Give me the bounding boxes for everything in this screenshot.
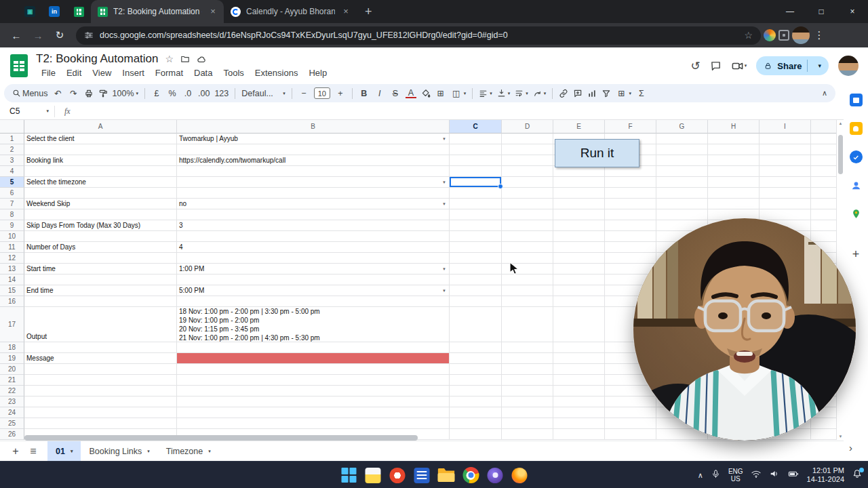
cell-B2[interactable] [177,144,450,155]
move-folder-icon[interactable] [180,54,190,64]
menu-help[interactable]: Help [303,66,332,79]
tab-close-icon[interactable]: × [340,6,351,17]
comments-icon[interactable] [710,60,722,72]
version-history-icon[interactable]: ↺ [691,59,701,73]
cell-G7[interactable] [656,199,708,209]
taskbar-file-explorer[interactable] [438,467,455,484]
cell-F7[interactable] [605,199,656,209]
cell-I6[interactable] [760,188,811,199]
cell-A9[interactable]: Skip Days From Today (Max 30 Days) [24,220,177,231]
cell-extra-1[interactable] [811,134,836,144]
cell-H2[interactable] [708,144,760,155]
cell-F12[interactable] [605,253,656,264]
cell-D1[interactable] [502,134,553,144]
cell-E4[interactable] [553,166,605,177]
cell-dropdown-icon[interactable]: ▼ [442,137,446,141]
reload-icon[interactable]: ↻ [50,26,69,45]
italic-button[interactable]: I [374,89,385,98]
row-header-9[interactable]: 9 [0,220,24,231]
fill-color-icon[interactable] [421,89,431,98]
strikethrough-button[interactable]: S [390,89,401,98]
star-document-icon[interactable]: ☆ [165,54,174,64]
row-header-21[interactable]: 21 [0,375,24,386]
taskbar-app-notes[interactable] [365,467,382,484]
paint-format-icon[interactable] [98,89,108,98]
decrease-font-size-button[interactable]: − [298,89,309,98]
cell-D20[interactable] [502,364,553,375]
cell-A15[interactable]: End time [24,285,177,296]
cell-I3[interactable] [760,155,811,166]
cell-C4[interactable] [450,166,502,177]
cell-G5[interactable] [656,177,708,188]
cell-extra-25[interactable] [811,418,836,429]
cell-F9[interactable] [605,220,656,231]
more-formats-button[interactable]: 123 [214,89,229,98]
horizontal-align-button[interactable]: ▾ [479,89,492,98]
cell-D14[interactable] [502,274,553,285]
cell-extra-5[interactable] [811,177,836,188]
cell-D19[interactable] [502,353,553,364]
cell-F5[interactable] [605,177,656,188]
cell-C19[interactable] [450,353,502,364]
cell-C18[interactable] [450,342,502,353]
increase-decimals-button[interactable]: .00 [198,89,210,98]
cell-E9[interactable] [553,220,605,231]
cell-C6[interactable] [450,188,502,199]
menu-extensions[interactable]: Extensions [250,66,304,79]
insert-link-icon[interactable] [559,89,568,98]
cell-B17[interactable]: 18 Nov: 1:00 pm - 2:00 pm | 3:30 pm - 5:… [177,307,450,342]
all-sheets-icon[interactable]: ≡ [24,445,42,458]
row-header-6[interactable]: 6 [0,188,24,199]
zoom-select[interactable]: 100%▾ [113,89,139,98]
cell-A5[interactable]: Select the timezone [24,177,177,188]
vertical-scroll-thumb[interactable] [838,135,843,174]
cell-A13[interactable]: Start time [24,264,177,274]
cell-C23[interactable] [450,396,502,407]
cell-B11[interactable]: 4 [177,242,450,253]
cell-B3[interactable]: https://calendly.com/twomarkup/call [177,155,450,166]
cell-C11[interactable] [450,242,502,253]
cell-F22[interactable] [605,386,656,396]
column-header-A[interactable]: A [24,120,177,134]
cell-B7[interactable]: no▼ [177,199,450,209]
menu-data[interactable]: Data [189,66,218,79]
cell-E15[interactable] [553,285,605,296]
cell-I1[interactable] [760,134,811,144]
format-currency-button[interactable]: £ [151,89,162,98]
cell-C20[interactable] [450,364,502,375]
column-header-H[interactable]: H [708,120,760,134]
cell-C7[interactable] [450,199,502,209]
cell-D15[interactable] [502,285,553,296]
row-header-14[interactable]: 14 [0,274,24,285]
tasks-icon[interactable] [850,150,863,163]
cell-E17[interactable] [553,307,605,342]
share-button[interactable]: Share ▾ [756,56,829,75]
cell-E6[interactable] [553,188,605,199]
cell-B14[interactable] [177,274,450,285]
cell-D26[interactable] [502,429,553,440]
cell-C2[interactable] [450,144,502,155]
share-dropdown-icon[interactable]: ▾ [813,62,826,69]
cell-C17[interactable] [450,307,502,342]
cell-A11[interactable]: Number of Days [24,242,177,253]
cell-A17[interactable]: Output [24,307,177,342]
row-header-3[interactable]: 3 [0,155,24,166]
forward-icon[interactable]: → [28,26,47,45]
cell-B21[interactable] [177,375,450,386]
row-header-18[interactable]: 18 [0,342,24,353]
cell-D4[interactable] [502,166,553,177]
cell-dropdown-icon[interactable]: ▼ [442,289,446,293]
cell-I2[interactable] [760,144,811,155]
cell-D9[interactable] [502,220,553,231]
cell-E24[interactable] [553,407,605,418]
cell-E16[interactable] [553,296,605,307]
cell-G8[interactable] [656,209,708,220]
cell-B5[interactable]: ▼ [177,177,450,188]
cell-D21[interactable] [502,375,553,386]
menus-search-button[interactable]: Menus [12,89,48,98]
sheet-tab-timezone[interactable]: Timezone▾ [158,441,219,462]
cell-extra-3[interactable] [811,155,836,166]
menu-view[interactable]: View [87,66,117,79]
cell-D5[interactable] [502,177,553,188]
row-header-24[interactable]: 24 [0,407,24,418]
